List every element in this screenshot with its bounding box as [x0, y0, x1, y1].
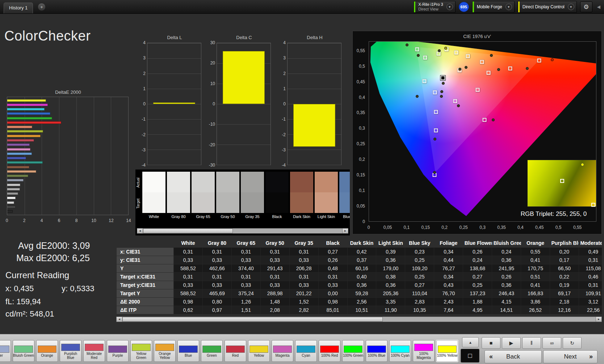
patch-swatch [61, 344, 80, 351]
table-scrollbar[interactable]: ◄ ► [116, 317, 602, 322]
delta-h-plot-area [287, 43, 341, 165]
add-tab-button[interactable]: + [38, 3, 46, 11]
patch-button-purple[interactable]: Purple [107, 340, 129, 362]
row-label: y: CIE31 [117, 256, 174, 264]
patch-button-red[interactable]: Red [225, 340, 246, 362]
scroll-right-icon[interactable]: ► [342, 229, 348, 233]
table-cell: 0,33 [289, 256, 318, 264]
settings-gear-icon[interactable]: ⚙ [580, 1, 592, 12]
table-cell: 109,20 [405, 264, 434, 272]
patch-button-purplish-blue[interactable]: Purplish Blue [60, 340, 81, 362]
cie-x-axis: 00,050,10,150,20,250,30,350,40,450,50,55 [369, 225, 596, 231]
display-control-status-bar [518, 1, 520, 12]
row-label: x: CIE31 [117, 247, 174, 256]
table-row: Target y:CIE310,330,330,330,330,330,330,… [117, 281, 602, 289]
deltae-bar-row [7, 129, 128, 134]
x-tick-label: 12 [109, 218, 113, 223]
scrollbar-track[interactable] [143, 229, 342, 233]
cie-y-axis: 00,050,10,150,20,250,30,350,40,450,50,55 [353, 41, 367, 222]
swatch-actual [142, 172, 165, 192]
scroll-left-icon[interactable]: ◄ [117, 317, 122, 322]
table-cell: 0,24 [463, 256, 492, 264]
patch-button-100-magenta[interactable]: 100% Magenta [413, 340, 435, 362]
table-cell: 0,31 [174, 247, 203, 256]
stop-button[interactable]: ■ [482, 337, 500, 349]
patch-button-100-green[interactable]: 100% Green [342, 340, 364, 362]
patch-label: 100% Red [319, 353, 340, 357]
pattern-window-button[interactable]: □ [461, 349, 479, 363]
scroll-right-icon[interactable]: ► [596, 317, 601, 322]
patch-button-yellow-green[interactable]: Yellow Green [130, 340, 152, 362]
patch-button-100-yellow[interactable]: 100% Yellow [436, 340, 458, 362]
display-control-selector[interactable]: Direct Display Control ▼ [518, 1, 577, 13]
patch-button-100-cyan[interactable]: 100% Cyan [389, 340, 411, 362]
y-tick-label: 0,35 [357, 110, 365, 115]
swatch-target [192, 192, 215, 213]
patch-button-magenta[interactable]: Magenta [272, 340, 293, 362]
swatch-gray-35: Gray 35 [241, 172, 264, 220]
measurement-marker [438, 49, 441, 52]
eject-button[interactable]: ▲ [462, 337, 479, 347]
gridline [147, 89, 201, 89]
patch-button-orange[interactable]: Orange [36, 340, 58, 362]
patch-button-100-red[interactable]: 100% Red [319, 340, 340, 362]
patch-button-moderate-red[interactable]: Moderate Red [83, 340, 105, 362]
deltae-bar [7, 112, 50, 115]
deltae-bar-row [7, 160, 128, 165]
scrollbar-thumb[interactable] [122, 317, 383, 322]
deltae-bar-row [7, 116, 128, 120]
gridline [217, 145, 270, 145]
delta-h-chart: Delta H 43210-1-2-3-4 [277, 35, 342, 170]
back-label: Back [506, 353, 520, 360]
back-button[interactable]: «Back [485, 350, 542, 363]
patch-button-bluish-green[interactable]: Bluish Green [13, 340, 34, 362]
collapse-panel-icon[interactable]: ◀ [596, 4, 602, 9]
deltae-bar-row [7, 178, 128, 183]
patch-button-cyan[interactable]: Cyan [295, 340, 317, 362]
swatch-strip-scrollbar[interactable]: ◄ ► [137, 228, 348, 234]
table-cell: 110,04 [405, 289, 434, 297]
row-label: ΔE 2000 [117, 297, 174, 306]
patch-button-wer[interactable]: wer [0, 340, 11, 362]
table-cell: 0,37 [347, 256, 376, 264]
table-cell: 375,24 [231, 289, 260, 297]
column-header: Orange [521, 239, 550, 247]
patch-swatch [108, 346, 127, 353]
table-row: ΔE ITP0,620,971,512,082,8285,0110,5111,9… [117, 306, 602, 314]
next-button[interactable]: Next» [543, 350, 597, 363]
loop-button[interactable]: ↻ [563, 337, 582, 349]
y-tick-label: 2 [283, 71, 286, 76]
table-cell: 2,56 [347, 297, 376, 306]
table-cell: 0,31 [231, 247, 260, 256]
display-control-dropdown-icon[interactable]: ▼ [568, 4, 574, 10]
scrollbar-thumb[interactable] [143, 229, 233, 233]
pause-button[interactable]: ‖ [522, 337, 541, 349]
source-selector[interactable]: Mobile Forge ▼ [472, 1, 515, 13]
table-cell: 0,41 [521, 256, 550, 264]
swatch-white: White [142, 172, 165, 220]
column-header: Blue Flower [463, 239, 492, 247]
table-cell: 0,33 [318, 281, 347, 289]
table-cell: 205,36 [376, 289, 405, 297]
patch-button-100-blue[interactable]: 100% Blue [366, 340, 387, 362]
meter-selector[interactable]: X-Rite i1Pro 3 Direct View ▼ [414, 1, 455, 13]
scrollbar-track[interactable] [122, 317, 596, 322]
continuous-measure-button[interactable]: ∞ [542, 337, 561, 349]
patch-button-green[interactable]: Green [201, 340, 223, 362]
deltae-bar [7, 152, 32, 155]
tab-history-1[interactable]: History 1 [4, 3, 33, 13]
source-dropdown-icon[interactable]: ▼ [506, 4, 512, 10]
play-button[interactable]: ▶ [502, 337, 521, 349]
patch-button-yellow[interactable]: Yellow [248, 340, 270, 362]
scroll-left-icon[interactable]: ◄ [137, 229, 143, 233]
x-tick-label: 0,1 [403, 225, 410, 230]
patch-button-orange-yellow[interactable]: Orange Yellow [154, 340, 176, 362]
y-tick-label: -1 [282, 117, 286, 122]
patch-button-blue[interactable]: Blue [177, 340, 199, 362]
table-cell: 0,36 [492, 256, 521, 264]
meter-dropdown-icon[interactable]: ▼ [446, 4, 453, 10]
current-fl-readout: fL: 159,94 [5, 297, 41, 306]
page-title: ColorChecker [4, 28, 91, 44]
deltae-bar [7, 148, 30, 151]
y-tick-label: 4 [143, 40, 146, 45]
